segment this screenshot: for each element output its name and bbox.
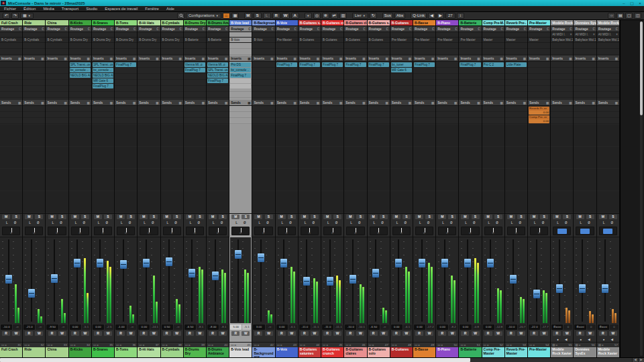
output-routing[interactable]: Master bbox=[505, 38, 527, 43]
global-m-button[interactable]: M bbox=[244, 13, 252, 19]
read-button[interactable]: R bbox=[438, 331, 446, 336]
peak-value[interactable]: -∞ bbox=[266, 324, 274, 330]
solo-button[interactable]: S bbox=[563, 215, 571, 219]
peak-value[interactable]: -12.8 bbox=[495, 324, 504, 330]
output-routing[interactable]: B-Voix bbox=[252, 38, 274, 43]
inserts-rack-header[interactable]: Inserts▦ bbox=[597, 56, 619, 62]
fader-value[interactable]: Éteint bbox=[574, 324, 586, 330]
solo-button[interactable]: S bbox=[127, 215, 135, 219]
listen-button[interactable]: L bbox=[98, 221, 100, 225]
channel-strip[interactable]: B-Guitares s.RoutageCB-GuitaresInserts▦F… bbox=[368, 20, 390, 357]
listen-button[interactable]: L bbox=[167, 221, 169, 225]
phase-button[interactable]: Ø bbox=[519, 221, 522, 225]
sends-rack-header[interactable]: Sends▦ bbox=[276, 100, 298, 106]
pan-control[interactable]: C bbox=[323, 227, 341, 235]
peak-value[interactable]: -11.1 bbox=[311, 324, 320, 330]
phase-button[interactable]: Ø bbox=[14, 221, 17, 225]
routing-copy-button[interactable]: C bbox=[156, 27, 158, 31]
pan-control[interactable]: C bbox=[415, 227, 433, 235]
fader-track[interactable] bbox=[559, 239, 560, 322]
routing-rack-header[interactable]: RoutageC bbox=[252, 26, 274, 32]
channel-name[interactable]: B-Cymbals bbox=[161, 347, 183, 357]
fader-track[interactable] bbox=[76, 239, 78, 322]
write-button[interactable]: W bbox=[586, 331, 594, 336]
read-button[interactable]: R bbox=[301, 331, 309, 336]
routing-copy-button[interactable]: C bbox=[363, 27, 365, 31]
write-button[interactable]: W bbox=[173, 331, 181, 336]
write-button[interactable]: W bbox=[196, 331, 204, 336]
peak-value[interactable]: -0.8 bbox=[472, 324, 481, 330]
channel-strip[interactable]: B-SnaresRoutageCB-Drums DryInserts▦SPL T… bbox=[92, 20, 115, 357]
channel-strip[interactable]: Modèle Rock.RoutageCAll MIDI I.×Babyface… bbox=[597, 20, 620, 357]
fader-value[interactable]: 0.00 bbox=[437, 324, 448, 330]
fader-value[interactable]: -10.0 bbox=[1, 324, 12, 330]
read-button[interactable]: R bbox=[323, 331, 331, 336]
insert-slot[interactable]: Vienna MI..o bbox=[207, 62, 228, 67]
peak-value[interactable]: -24.1 bbox=[150, 324, 159, 330]
routing-copy-button[interactable]: C bbox=[592, 27, 594, 31]
phase-button[interactable]: Ø bbox=[313, 221, 315, 225]
channel-strip[interactable]: B-Guitares cl.RoutageCB-GuitaresInserts▦… bbox=[344, 20, 367, 357]
output-routing[interactable]: B-Guitares bbox=[368, 38, 390, 43]
listen-button[interactable]: L bbox=[534, 221, 536, 225]
close-icon[interactable]: × bbox=[636, 1, 644, 6]
solo-button[interactable]: S bbox=[333, 215, 341, 219]
channel-strip[interactable]: B-Drums Am..RoutageCB-BatterieInserts▦Vi… bbox=[207, 20, 229, 357]
listen-button[interactable]: L bbox=[557, 221, 559, 225]
channel-name[interactable]: Comp Pre-Master bbox=[482, 347, 504, 357]
channel-strip[interactable]: B-Guitares s.RoutageCB-GuitaresInserts▦F… bbox=[299, 20, 321, 357]
mute-button[interactable]: M bbox=[231, 215, 239, 219]
listen-button[interactable]: L bbox=[144, 221, 146, 225]
pan-control[interactable]: C bbox=[278, 227, 296, 235]
channel-name[interactable]: B-Toms bbox=[115, 347, 137, 357]
fader-handle[interactable] bbox=[280, 259, 287, 267]
menu-item-fichier[interactable]: Fichier bbox=[4, 7, 16, 11]
routing-rack-header[interactable]: RoutageC bbox=[299, 26, 321, 32]
inserts-rack-header[interactable]: Inserts▦ bbox=[229, 56, 252, 62]
fader-track[interactable] bbox=[421, 239, 423, 322]
routing-copy-button[interactable]: C bbox=[409, 27, 411, 31]
routing-copy-button[interactable]: C bbox=[478, 27, 480, 31]
pan-control[interactable]: C bbox=[186, 227, 204, 235]
solo-button[interactable]: S bbox=[425, 215, 433, 219]
insert-slot[interactable]: SPL Transi..us bbox=[93, 62, 113, 67]
fader-value[interactable]: Éteint bbox=[598, 324, 609, 330]
input-routing[interactable] bbox=[390, 32, 413, 38]
routing-copy-button[interactable]: C bbox=[88, 27, 90, 31]
mute-button[interactable]: M bbox=[94, 215, 102, 219]
solo-button[interactable]: S bbox=[173, 215, 181, 219]
fader-value[interactable]: -11.0 bbox=[299, 324, 311, 330]
monitor-icon[interactable]: ◀ bbox=[610, 338, 612, 341]
output-routing[interactable]: B-Guitares bbox=[321, 38, 343, 43]
peak-value[interactable]: -20.7 bbox=[518, 324, 527, 330]
fader-value[interactable]: 0.00 bbox=[276, 324, 288, 330]
listen-button[interactable]: L bbox=[190, 221, 192, 225]
fader-handle[interactable] bbox=[556, 284, 563, 293]
channel-strip[interactable]: Comp Pre-M.RoutageCMasterInserts▦Pro C 2… bbox=[482, 20, 505, 357]
inserts-rack-header[interactable]: Inserts▦ bbox=[69, 56, 91, 62]
output-routing[interactable]: B-Batterie bbox=[184, 38, 206, 43]
channel-strip[interactable]: B-TomsRoutageCB-Drums DryInserts▦FinalPl… bbox=[115, 20, 138, 357]
window-layout-icon-3[interactable]: ◫ bbox=[634, 13, 641, 19]
pan-control[interactable]: C bbox=[484, 227, 502, 235]
window-layout-icon-2[interactable]: ▢ bbox=[625, 13, 633, 19]
mute-button[interactable]: M bbox=[278, 215, 286, 219]
configurations-select[interactable]: Configurations▼ bbox=[186, 13, 221, 19]
peak-value[interactable]: -11.1 bbox=[334, 324, 343, 330]
write-button[interactable]: W bbox=[241, 331, 250, 336]
channel-strip[interactable]: B-Guitares cr.RoutageCB-GuitaresInserts▦… bbox=[321, 20, 344, 357]
input-routing[interactable] bbox=[276, 32, 298, 38]
sends-rack-header[interactable]: Sends▦ bbox=[23, 100, 45, 106]
channel-strip[interactable]: Full CrashRoutageCB-CymbalsInserts▦Sends… bbox=[0, 20, 23, 357]
mute-button[interactable]: M bbox=[553, 215, 561, 219]
insert-slot[interactable]: SPL Transi..us bbox=[207, 68, 228, 72]
fader-handle[interactable] bbox=[74, 259, 80, 267]
write-button[interactable]: W bbox=[425, 331, 433, 336]
window-layout-icon-1[interactable]: ▤ bbox=[616, 13, 624, 19]
peak-value[interactable]: -17.2 bbox=[426, 324, 435, 330]
inserts-rack-header[interactable]: Inserts▦ bbox=[23, 56, 45, 62]
channel-strip[interactable]: B-CymbalsRoutageCB-Drums DryInserts▦Send… bbox=[161, 20, 184, 357]
write-button[interactable]: W bbox=[540, 331, 548, 336]
routing-rack-header[interactable]: RoutageC bbox=[436, 26, 458, 32]
solo-button[interactable]: S bbox=[311, 215, 319, 219]
